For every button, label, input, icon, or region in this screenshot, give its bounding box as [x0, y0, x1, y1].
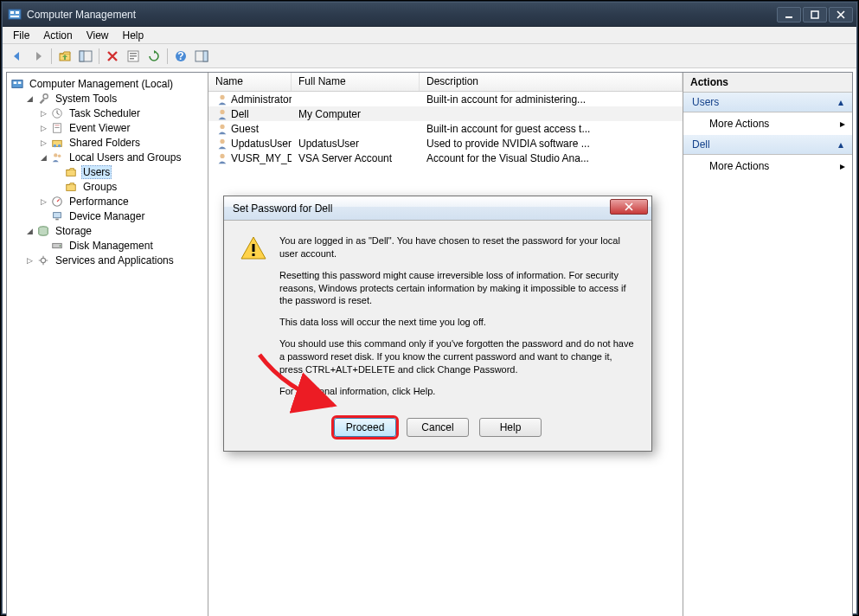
- list-row[interactable]: GuestBuilt-in account for guest access t…: [208, 121, 683, 136]
- properties-button[interactable]: [124, 47, 143, 66]
- tree-label: Disk Management: [67, 240, 155, 252]
- proceed-button[interactable]: Proceed: [334, 418, 396, 437]
- actions-group-label: Users: [692, 96, 719, 108]
- toolbar-separator: [99, 48, 99, 64]
- tree-users[interactable]: Users: [50, 164, 206, 179]
- event-icon: [50, 121, 64, 135]
- tree-label: System Tools: [54, 93, 119, 105]
- disk-icon: [50, 239, 64, 253]
- tree-local-users-groups[interactable]: ◢Local Users and Groups: [36, 150, 206, 164]
- cell-name: VUSR_MY_D...: [231, 152, 292, 164]
- forward-button[interactable]: [29, 47, 48, 66]
- dialog-titlebar[interactable]: Set Password for Dell: [224, 196, 651, 221]
- svg-point-28: [54, 153, 57, 157]
- actions-group-dell[interactable]: Dell▴: [683, 135, 852, 155]
- actions-item-more[interactable]: More Actions▸: [683, 112, 852, 135]
- tree-label: Storage: [54, 225, 93, 237]
- column-name[interactable]: Name: [208, 73, 292, 91]
- actions-group-label: Dell: [692, 138, 710, 151]
- minimize-button[interactable]: [777, 7, 801, 22]
- column-description[interactable]: Description: [420, 73, 683, 91]
- actions-item-more[interactable]: More Actions▸: [683, 155, 852, 177]
- expand-icon[interactable]: ▷: [38, 138, 48, 148]
- svg-point-20: [43, 93, 48, 98]
- tree-root[interactable]: Computer Management (Local): [9, 76, 206, 91]
- collapse-icon[interactable]: ◢: [24, 226, 35, 236]
- tree-event-viewer[interactable]: ▷Event Viewer: [36, 120, 206, 135]
- svg-rect-4: [785, 16, 792, 18]
- performance-icon: [50, 195, 64, 209]
- maximize-button[interactable]: [803, 7, 827, 22]
- cell-description: Used to provide NVIDIA software ...: [420, 138, 683, 150]
- list-body[interactable]: AdministratorBuilt-in account for admini…: [208, 92, 683, 165]
- up-button[interactable]: [55, 47, 74, 66]
- show-hide-action-button[interactable]: [192, 47, 211, 66]
- svg-rect-11: [130, 55, 137, 57]
- expand-icon[interactable]: ▷: [38, 196, 48, 207]
- tree-services-apps[interactable]: ▷Services and Applications: [22, 253, 206, 267]
- tree-task-scheduler[interactable]: ▷Task Scheduler: [36, 106, 206, 120]
- tree-pane[interactable]: Computer Management (Local) ◢ System Too…: [7, 73, 208, 616]
- dialog-para-2: Resetting this password might cause irre…: [279, 269, 636, 308]
- tree-performance[interactable]: ▷Performance: [36, 194, 206, 209]
- list-row[interactable]: AdministratorBuilt-in account for admini…: [208, 92, 683, 106]
- dialog-close-button[interactable]: [610, 199, 648, 215]
- collapse-icon[interactable]: ◢: [24, 93, 35, 104]
- toolbar-separator: [167, 48, 168, 64]
- svg-point-39: [220, 94, 224, 99]
- help-button[interactable]: ?: [171, 47, 190, 66]
- back-button[interactable]: [8, 47, 27, 66]
- chevron-right-icon: ▸: [840, 160, 845, 172]
- tree-shared-folders[interactable]: ▷Shared Folders: [36, 135, 206, 150]
- expand-icon[interactable]: ▷: [24, 255, 35, 266]
- expand-icon[interactable]: ▷: [38, 108, 48, 119]
- menu-help[interactable]: Help: [116, 28, 151, 43]
- dialog-body: You are logged in as "Dell". You have ch…: [224, 221, 651, 418]
- actions-item-label: More Actions: [709, 118, 769, 130]
- svg-text:?: ?: [177, 50, 183, 62]
- svg-point-26: [54, 144, 57, 147]
- column-fullname[interactable]: Full Name: [292, 73, 420, 91]
- svg-rect-8: [80, 51, 84, 61]
- menu-file[interactable]: File: [6, 28, 36, 43]
- svg-rect-19: [18, 81, 22, 84]
- user-icon: [215, 137, 229, 151]
- folder-icon: [64, 180, 78, 194]
- show-hide-tree-button[interactable]: [76, 47, 95, 66]
- cancel-button[interactable]: Cancel: [407, 418, 469, 437]
- tree-label: Users: [81, 165, 112, 179]
- delete-button[interactable]: [103, 47, 122, 66]
- dialog-para-5: For additional information, click Help.: [279, 385, 636, 398]
- user-icon: [215, 151, 229, 165]
- menu-view[interactable]: View: [80, 28, 116, 43]
- list-row[interactable]: VUSR_MY_D...VSA Server AccountAccount fo…: [208, 151, 683, 165]
- menu-action[interactable]: Action: [36, 28, 79, 43]
- chevron-up-icon: ▴: [838, 138, 843, 151]
- dialog-buttons: Proceed Cancel Help: [224, 418, 651, 451]
- help-button[interactable]: Help: [479, 418, 542, 437]
- tree-storage[interactable]: ◢Storage: [22, 223, 206, 238]
- tools-icon: [36, 92, 50, 106]
- actions-group-users[interactable]: Users▴: [683, 93, 852, 112]
- svg-rect-12: [130, 58, 134, 60]
- clock-icon: [50, 106, 64, 120]
- refresh-button[interactable]: [144, 47, 163, 66]
- device-icon: [50, 209, 64, 223]
- svg-rect-34: [55, 218, 59, 220]
- tree-groups[interactable]: Groups: [50, 179, 206, 194]
- tree-device-manager[interactable]: Device Manager: [36, 209, 206, 223]
- list-row[interactable]: DellMy Computer: [208, 106, 683, 121]
- list-row[interactable]: UpdatusUserUpdatusUserUsed to provide NV…: [208, 136, 683, 151]
- close-button[interactable]: [829, 7, 853, 22]
- toolbar-separator: [51, 48, 52, 64]
- tree-system-tools[interactable]: ◢ System Tools: [22, 91, 206, 106]
- cell-description: Built-in account for administering...: [420, 93, 683, 106]
- folder-icon: [64, 165, 78, 179]
- tree-disk-management[interactable]: Disk Management: [36, 238, 206, 253]
- users-group-icon: [50, 151, 64, 164]
- svg-point-29: [58, 154, 61, 157]
- cell-fullname: VSA Server Account: [292, 152, 420, 164]
- svg-rect-23: [54, 125, 59, 125]
- collapse-icon[interactable]: ◢: [38, 152, 48, 163]
- expand-icon[interactable]: ▷: [38, 123, 48, 133]
